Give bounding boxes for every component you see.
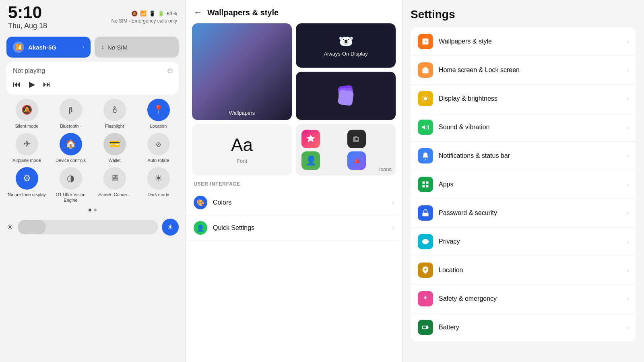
media-options-icon[interactable]: ⊙ <box>167 66 173 75</box>
toggle-o1-ultra[interactable]: ◑ O1 Ultra Vision Engine <box>50 167 91 203</box>
svg-point-9 <box>425 298 426 299</box>
brightness-settings-button[interactable]: ☀ <box>162 219 179 236</box>
settings-notifications-item[interactable]: Notifications & status bar › <box>411 142 636 170</box>
toggle-grid-row3: ⚙ Nature tone display ◑ O1 Ultra Vision … <box>6 167 179 203</box>
wallpapers-card[interactable]: Wallpapers <box>192 23 292 120</box>
quick-settings-item[interactable]: 👤 Quick Settings › <box>186 215 402 241</box>
media-play-button[interactable]: ▶ <box>29 79 35 89</box>
o1-ultra-icon: ◑ <box>60 167 82 190</box>
toggle-flashlight[interactable]: 🕯 Flashlight <box>94 99 135 129</box>
toggle-location[interactable]: 📍 Location <box>138 99 179 129</box>
battery-label: Battery <box>439 324 621 331</box>
media-prev-button[interactable]: ⏮ <box>13 80 21 89</box>
wallpapers-settings-label: Wallpapers & style <box>439 38 621 45</box>
toggle-dark-mode[interactable]: ☀ Dark mode <box>138 167 179 203</box>
sim-icon: 📱 <box>149 10 155 17</box>
themes-card[interactable] <box>296 72 396 120</box>
media-next-button[interactable]: ⏭ <box>43 80 51 89</box>
dot-1 <box>89 209 91 211</box>
bluetooth-label: Bluetooth · <box>60 124 81 129</box>
settings-display-item[interactable]: Display & brightness › <box>411 85 636 113</box>
wallpapers-chevron-icon: › <box>627 38 629 45</box>
settings-privacy-item[interactable]: Privacy › <box>411 228 636 256</box>
display-icon <box>418 91 433 106</box>
ui-settings-list: 🎨 Colors › 👤 Quick Settings › <box>186 190 402 362</box>
toggle-grid-row1: 🔕 Silent mode β Bluetooth · 🕯 Flashlight… <box>6 99 179 129</box>
font-card[interactable]: Aa Font <box>192 124 292 176</box>
airplane-label: Airplane mode <box>12 158 41 163</box>
wifi-button[interactable]: 📶 Akash-5G › <box>6 37 91 58</box>
location-chevron-icon: › <box>627 267 629 273</box>
safety-chevron-icon: › <box>627 296 629 302</box>
display-label: Display & brightness <box>439 95 621 102</box>
nature-tone-icon: ⚙ <box>16 167 38 190</box>
quick-settings-icon: 👤 <box>194 221 207 235</box>
privacy-chevron-icon: › <box>627 238 629 245</box>
wallpaper-panel: ← Wallpapers & style Wallpapers 🐻‍❄️ Alw… <box>185 0 402 362</box>
colors-item[interactable]: 🎨 Colors › <box>186 190 402 215</box>
wallet-icon: 💳 <box>103 133 126 155</box>
sound-label: Sound & vibration <box>439 124 621 131</box>
settings-safety-item[interactable]: Safety & emergency › <box>411 285 636 313</box>
toggle-silent-mode[interactable]: 🔕 Silent mode <box>6 99 47 129</box>
device-controls-icon: 🏠 <box>60 133 82 155</box>
notifications-label: Notifications & status bar <box>439 152 621 159</box>
auto-rotate-icon: ⊘ <box>147 133 170 155</box>
toggle-airplane[interactable]: ✈ Airplane mode <box>6 133 47 163</box>
colors-icon: 🎨 <box>194 196 207 209</box>
svg-rect-6 <box>423 213 429 216</box>
apps-chevron-icon: › <box>627 181 629 188</box>
wallpapers-settings-icon <box>418 34 433 49</box>
settings-wallpapers-item[interactable]: Wallpapers & style › <box>411 27 636 56</box>
brightness-slider[interactable] <box>18 220 158 234</box>
location-settings-icon <box>418 263 433 278</box>
toggle-device-controls[interactable]: 🏠 Device controls <box>50 133 91 163</box>
brightness-row: ☀ ☀ <box>6 217 179 237</box>
settings-location-item[interactable]: Location › <box>411 256 636 285</box>
back-button[interactable]: ← <box>194 7 202 18</box>
settings-list-card: Wallpapers & style › Home screen & Lock … <box>411 27 636 341</box>
icons-card[interactable]: 👤 🔺 Icons <box>296 124 396 176</box>
svg-rect-11 <box>423 327 426 329</box>
wifi-label: Akash-5G <box>28 44 56 51</box>
dark-mode-label: Dark mode <box>148 192 169 197</box>
colors-label: Colors <box>213 199 386 206</box>
control-center-content: 📶 Akash-5G › ↕ No SIM ⊙ Not playing ⏮ ▶ … <box>0 33 185 362</box>
notifications-icon <box>418 148 433 163</box>
toggle-grid-row2: ✈ Airplane mode 🏠 Device controls 💳 Wall… <box>6 133 179 163</box>
settings-sound-item[interactable]: Sound & vibration › <box>411 113 636 142</box>
privacy-label: Privacy <box>439 238 621 245</box>
quick-settings-chevron-icon: › <box>392 225 394 231</box>
settings-battery-item[interactable]: Battery › <box>411 313 636 341</box>
wallpaper-panel-title: Wallpapers & style <box>207 8 279 17</box>
location-icon: 📍 <box>147 99 170 121</box>
display-chevron-icon: › <box>627 95 629 102</box>
homescreen-chevron-icon: › <box>627 67 629 73</box>
settings-homescreen-item[interactable]: Home screen & Lock screen › <box>411 56 636 85</box>
toggle-wallet[interactable]: 💳 Wallet <box>94 133 135 163</box>
network-row: 📶 Akash-5G › ↕ No SIM <box>6 37 179 58</box>
settings-password-item[interactable]: Password & security › <box>411 199 636 228</box>
notifications-chevron-icon: › <box>627 153 629 159</box>
sim-button[interactable]: ↕ No SIM <box>95 37 179 58</box>
status-time: 5:10 <box>8 4 47 21</box>
privacy-icon <box>418 234 433 249</box>
auto-rotate-label: Auto rotate <box>148 158 169 163</box>
status-date: Thu, Aug 18 <box>8 22 47 30</box>
svg-rect-5 <box>426 185 429 188</box>
toggle-screen-connect[interactable]: 🖥 Screen Conne... <box>94 167 135 203</box>
status-top-icons: 🔕 📶 📱 🔋 63% <box>131 10 177 17</box>
aod-card[interactable]: 🐻‍❄️ Always-On Display <box>296 23 396 68</box>
toggle-bluetooth[interactable]: β Bluetooth · <box>50 99 91 129</box>
notification-panel: 5:10 Thu, Aug 18 🔕 📶 📱 🔋 63% No SIM · Em… <box>0 0 185 362</box>
toggle-auto-rotate[interactable]: ⊘ Auto rotate <box>138 133 179 163</box>
password-chevron-icon: › <box>627 210 629 216</box>
settings-panel: Settings Wallpapers & style › Home scree… <box>402 0 644 362</box>
battery-percent: 63% <box>167 10 177 17</box>
app-icon-pink <box>301 130 320 148</box>
nature-tone-label: Nature tone display <box>8 192 46 197</box>
settings-apps-item[interactable]: Apps › <box>411 170 636 199</box>
toggle-nature-tone[interactable]: ⚙ Nature tone display <box>6 167 47 203</box>
device-controls-label: Device controls <box>56 158 86 163</box>
homescreen-icon <box>418 62 433 78</box>
